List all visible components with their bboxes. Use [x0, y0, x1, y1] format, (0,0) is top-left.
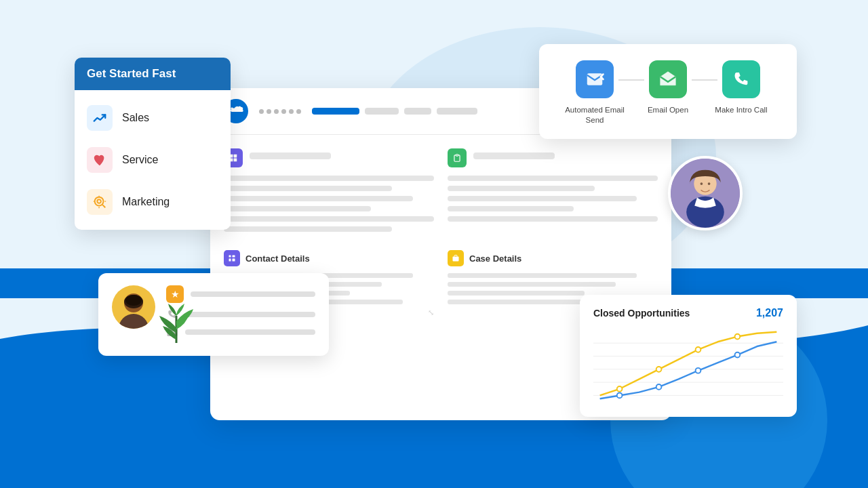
make-intro-call-label: Make Intro Call	[715, 105, 767, 115]
yellow-dot-4	[735, 334, 741, 340]
person-avatar	[668, 156, 743, 230]
crm-content-area	[210, 135, 671, 250]
person-photo	[671, 156, 740, 230]
crm-left-line-6	[224, 226, 392, 232]
crm-dot-3	[274, 109, 279, 114]
blue-dot-1	[617, 393, 623, 399]
blue-dot-4	[735, 352, 741, 358]
crm-case-details-header: Case Details	[448, 250, 658, 266]
plant-svg	[149, 296, 203, 343]
crm-left-line-4	[224, 206, 371, 211]
case-line-2	[448, 282, 616, 287]
gsf-header: Get Started Fast	[75, 58, 231, 90]
svg-rect-10	[229, 259, 231, 262]
blue-dot-2	[656, 384, 662, 390]
service-icon	[87, 147, 113, 173]
svg-point-16	[125, 295, 142, 306]
crm-left-line-5	[224, 216, 434, 222]
automated-email-send-label: Automated Email Send	[558, 105, 631, 125]
crm-contact-details-header: Contact Details	[224, 250, 434, 266]
crm-right-line-4	[448, 206, 574, 211]
service-label: Service	[122, 154, 158, 166]
make-intro-call-icon	[722, 60, 760, 98]
chart-yellow-line	[600, 332, 777, 396]
crm-right-line-5	[448, 216, 658, 222]
svg-rect-9	[233, 256, 235, 258]
email-open-icon	[649, 60, 687, 98]
svg-rect-11	[233, 259, 235, 262]
svg-point-26	[701, 182, 703, 185]
crm-right-header-line	[473, 152, 555, 159]
opp-title: Closed Opportunities	[593, 308, 690, 319]
workflow-step-email-open: Email Open	[631, 60, 705, 115]
gsf-item-marketing[interactable]: Marketing	[75, 181, 231, 223]
yellow-dot-1	[617, 386, 623, 392]
crm-right-section-header	[448, 148, 658, 167]
opp-chart	[593, 329, 783, 403]
crm-dot-1	[259, 109, 264, 114]
chart-blue-line	[600, 342, 777, 399]
svg-point-13	[119, 314, 149, 329]
contact-info-line-3	[185, 329, 315, 335]
automated-email-send-icon	[576, 60, 614, 98]
marketing-label: Marketing	[122, 196, 170, 208]
crm-nav-bar-1	[365, 108, 399, 115]
svg-rect-7	[234, 159, 237, 162]
svg-rect-8	[229, 256, 231, 258]
plant-decoration	[149, 296, 203, 346]
gsf-item-service[interactable]: Service	[75, 139, 231, 181]
crm-right-line-3	[448, 196, 637, 201]
gsf-panel: Get Started Fast Sales Service	[75, 58, 231, 230]
contact-details-icon	[224, 250, 240, 266]
yellow-dot-2	[656, 367, 662, 372]
sales-label: Sales	[122, 112, 149, 124]
yellow-dot-3	[696, 347, 701, 352]
gsf-items: Sales Service Marketing	[75, 90, 231, 230]
crm-nav-dots	[259, 109, 301, 114]
contact-info-line-1	[191, 291, 315, 297]
workflow-card: Automated Email Send Email Open Make Int…	[539, 44, 797, 139]
contact-card: ★	[98, 273, 329, 356]
crm-dot-5	[289, 109, 294, 114]
case-line-1	[448, 273, 637, 278]
svg-point-0	[95, 197, 104, 206]
email-open-label: Email Open	[648, 105, 688, 115]
crm-nav-bar-2	[404, 108, 431, 115]
svg-rect-12	[453, 257, 459, 262]
gsf-item-sales[interactable]: Sales	[75, 97, 231, 139]
svg-line-2	[102, 205, 105, 207]
crm-left-section-header	[224, 148, 434, 167]
svg-point-27	[708, 182, 711, 185]
crm-nav-bar-active	[312, 108, 359, 115]
blue-dot-3	[696, 368, 701, 373]
crm-left-line-2	[224, 186, 392, 191]
crm-nav-bar-3	[437, 108, 477, 115]
crm-dot-6	[296, 109, 301, 114]
workflow-step-email-send: Automated Email Send	[558, 60, 631, 125]
marketing-icon	[87, 189, 113, 215]
crm-right-column	[448, 148, 658, 237]
case-details-icon	[448, 250, 464, 266]
contact-info-line-2	[185, 312, 315, 317]
case-line-3	[448, 291, 585, 296]
crm-dot-2	[267, 109, 271, 114]
case-details-label: Case Details	[469, 253, 521, 264]
svg-point-1	[97, 199, 101, 203]
opportunities-card: Closed Opportunities 1,207	[580, 295, 797, 417]
contact-resize-handle: ⤡	[428, 308, 434, 317]
crm-right-line-1	[448, 176, 658, 181]
opp-header: Closed Opportunities 1,207	[593, 307, 783, 319]
contact-details-label: Contact Details	[245, 253, 310, 264]
opp-count: 1,207	[756, 307, 783, 319]
crm-dot-4	[281, 109, 286, 114]
crm-right-section-icon	[448, 148, 467, 167]
svg-rect-5	[234, 155, 237, 158]
crm-left-line-1	[224, 176, 434, 181]
sales-icon	[87, 105, 113, 131]
workflow-step-intro-call: Make Intro Call	[705, 60, 778, 115]
crm-left-line-3	[224, 196, 413, 201]
crm-right-line-2	[448, 186, 595, 191]
crm-left-column	[224, 148, 434, 237]
crm-left-header-line	[250, 152, 331, 159]
